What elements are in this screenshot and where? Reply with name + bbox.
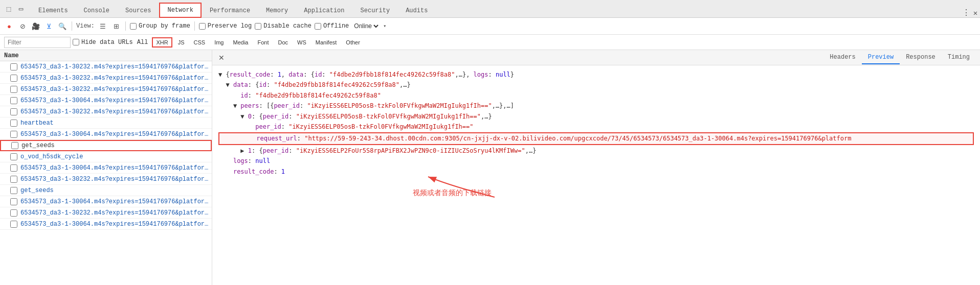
hide-data-urls-text: Hide data URLs (81, 39, 133, 46)
json-line-5: ▼ 0: {peer_id: "iKzyiESS6ELP05osB-tzkFol… (218, 111, 974, 122)
more-options-icon[interactable]: ⋮ (962, 8, 971, 17)
tab-elements[interactable]: Elements (31, 4, 76, 17)
network-item-name: get_seeds (21, 142, 208, 149)
close-devtools-icon[interactable]: ✕ (971, 8, 980, 17)
tab-application[interactable]: Application (296, 4, 352, 17)
network-item-checkbox[interactable] (10, 209, 17, 217)
filter-img-button[interactable]: Img (211, 38, 227, 47)
network-item-checkbox[interactable] (10, 164, 17, 172)
network-item[interactable]: get_seeds (0, 185, 212, 196)
network-item-name: 6534573_da3-1-30064.m4s?expires=15941769… (20, 164, 209, 172)
network-item-checkbox[interactable] (10, 198, 17, 205)
tab-network[interactable]: Network (159, 3, 201, 18)
network-item[interactable]: 6534573_da3-1-30232.m4s?expires=15941769… (0, 61, 212, 73)
throttle-select[interactable]: Online (352, 22, 380, 30)
network-item[interactable]: 6534573_da3-1-30232.m4s?expires=15941769… (0, 73, 212, 84)
network-item-checkbox[interactable] (10, 221, 17, 228)
network-item-name: o_vod_h5sdk_cycle (20, 153, 209, 160)
network-item[interactable]: 6534573_da3-1-30064.m4s?expires=15941769… (0, 196, 212, 207)
camera-button[interactable]: 🎥 (31, 21, 41, 31)
filter-button[interactable]: ⊻ (44, 21, 54, 31)
network-toolbar: ● ⊘ 🎥 ⊻ 🔍 View: ☰ ⊞ Group by frame Prese… (0, 18, 980, 35)
json-line-9: logs: null (218, 156, 974, 166)
inspect-icon[interactable]: ⬚ (4, 5, 13, 14)
json-line-highlighted: request_url: "https://59-59-243-34.dhost… (218, 132, 974, 145)
view-grid-icon[interactable]: ⊞ (111, 21, 121, 31)
network-item-checkbox[interactable] (10, 97, 17, 104)
network-item-name: 6534573_da3-1-30232.m4s?expires=15941769… (20, 108, 209, 115)
network-item[interactable]: 6534573_da3-1-30232.m4s?expires=15941769… (0, 106, 212, 117)
network-item-checkbox[interactable] (10, 75, 17, 82)
filter-other-button[interactable]: Other (342, 38, 364, 47)
filter-css-button[interactable]: CSS (190, 38, 209, 47)
network-item[interactable]: get_seeds (0, 140, 212, 151)
network-list: Name 6534573_da3-1-30232.m4s?expires=159… (0, 50, 212, 285)
tab-performance[interactable]: Performance (202, 4, 258, 17)
network-items-container: 6534573_da3-1-30232.m4s?expires=15941769… (0, 61, 212, 230)
tab-memory[interactable]: Memory (258, 4, 296, 17)
throttle-arrow[interactable]: ▾ (383, 23, 386, 29)
filter-input[interactable] (4, 37, 71, 48)
filter-font-button[interactable]: Font (254, 38, 272, 47)
hide-data-urls-checkbox[interactable] (73, 39, 79, 45)
close-panel-button[interactable]: ✕ (216, 54, 227, 62)
network-item-name: get_seeds (20, 187, 209, 194)
filter-media-button[interactable]: Media (229, 38, 252, 47)
network-item[interactable]: 6534573_da3-1-30232.m4s?expires=15941769… (0, 207, 212, 219)
all-filter-text: All (135, 39, 150, 46)
network-item-checkbox[interactable] (10, 63, 17, 70)
view-list-icon[interactable]: ☰ (98, 21, 108, 31)
network-item[interactable]: 6534573_da3-1-30232.m4s?expires=15941769… (0, 174, 212, 185)
json-line-1: ▼ {result_code: 1, data: {id: "f4dbe2d9f… (218, 69, 974, 80)
filter-ws-button[interactable]: WS (294, 38, 310, 47)
disable-cache-label[interactable]: Disable cache (255, 22, 311, 30)
network-item-checkbox[interactable] (10, 86, 17, 93)
network-item-checkbox[interactable] (10, 131, 17, 138)
disable-cache-checkbox[interactable] (255, 23, 261, 30)
filter-xhr-button[interactable]: XHR (152, 37, 172, 48)
name-column-header: Name (4, 52, 19, 59)
hide-data-urls-label[interactable]: Hide data URLs (73, 39, 133, 46)
network-item[interactable]: 6534573_da3-1-30064.m4s?expires=15941769… (0, 219, 212, 230)
filter-js-button[interactable]: JS (174, 38, 188, 47)
annotation-area: 视频或者音频的下载链接 (218, 177, 974, 207)
group-by-frame-checkbox[interactable] (130, 23, 137, 30)
offline-checkbox[interactable] (315, 23, 321, 30)
tab-console[interactable]: Console (76, 4, 117, 17)
network-item-checkbox[interactable] (10, 120, 17, 127)
json-line-2: ▼ data: {id: "f4dbe2d9fbb18f814fec49262c… (218, 80, 974, 90)
network-item-name: 6534573_da3-1-30064.m4s?expires=15941769… (20, 131, 209, 138)
network-item-name: 6534573_da3-1-30232.m4s?expires=15941769… (20, 63, 209, 70)
network-item[interactable]: 6534573_da3-1-30064.m4s?expires=15941769… (0, 162, 212, 174)
network-item[interactable]: 6534573_da3-1-30064.m4s?expires=15941769… (0, 129, 212, 140)
network-item[interactable]: 6534573_da3-1-30232.m4s?expires=15941769… (0, 84, 212, 95)
tab-headers[interactable]: Headers (823, 51, 861, 64)
record-button[interactable]: ● (4, 21, 14, 31)
tab-sources[interactable]: Sources (118, 4, 159, 17)
search-button[interactable]: 🔍 (57, 21, 68, 31)
preserve-log-label[interactable]: Preserve log (199, 22, 252, 30)
filter-manifest-button[interactable]: Manifest (312, 38, 341, 47)
offline-label[interactable]: Offline (315, 22, 349, 30)
network-item-checkbox[interactable] (10, 153, 17, 160)
tab-preview[interactable]: Preview (862, 51, 900, 64)
network-item-checkbox[interactable] (10, 176, 17, 183)
network-item-checkbox[interactable] (10, 187, 17, 194)
tab-response[interactable]: Response (900, 51, 942, 64)
tab-timing[interactable]: Timing (942, 51, 976, 64)
network-item-checkbox[interactable] (10, 108, 17, 115)
divider-3 (194, 21, 195, 31)
filter-doc-button[interactable]: Doc (274, 38, 292, 47)
network-item[interactable]: 6534573_da3-1-30064.m4s?expires=15941769… (0, 95, 212, 106)
network-item[interactable]: heartbeat (0, 117, 212, 129)
tab-security[interactable]: Security (353, 4, 398, 17)
group-by-frame-label[interactable]: Group by frame (130, 22, 190, 30)
network-item[interactable]: o_vod_h5sdk_cycle (0, 151, 212, 162)
device-icon[interactable]: ▭ (16, 5, 26, 14)
clear-button[interactable]: ⊘ (17, 21, 28, 31)
network-item-checkbox[interactable] (11, 142, 18, 149)
json-content-area[interactable]: ▼ {result_code: 1, data: {id: "f4dbe2d9f… (212, 65, 980, 285)
tab-audits[interactable]: Audits (398, 4, 435, 17)
preserve-log-checkbox[interactable] (199, 23, 206, 30)
divider-1 (72, 21, 72, 31)
